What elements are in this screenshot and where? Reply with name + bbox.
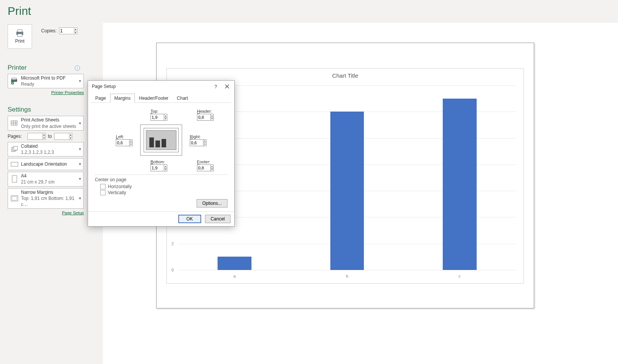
dialog-title: Page Setup bbox=[92, 84, 210, 89]
svg-point-3 bbox=[22, 32, 22, 33]
checkbox-icon bbox=[100, 184, 106, 189]
copies-row: Copies: ▲▼ bbox=[41, 27, 77, 34]
checkbox-icon bbox=[100, 190, 106, 195]
chart-y-tick: 2 bbox=[171, 241, 174, 246]
orientation-label: Landscape Orientation bbox=[21, 161, 77, 167]
close-icon bbox=[225, 84, 229, 89]
margin-right-input[interactable]: ▲▼ bbox=[190, 139, 207, 146]
svg-rect-1 bbox=[18, 30, 22, 32]
print-what-line1: Print Active Sheets bbox=[21, 117, 77, 123]
printer-status-icon bbox=[10, 78, 19, 85]
collation-selector[interactable]: Collated 1,2,3 1,2,3 1,2,3 ▼ bbox=[8, 142, 84, 156]
print-what-selector[interactable]: Print Active Sheets Only print the activ… bbox=[8, 116, 84, 130]
printer-name: Microsoft Print to PDF bbox=[21, 75, 77, 81]
margin-top-input[interactable]: ▲▼ bbox=[150, 114, 167, 121]
dialog-titlebar[interactable]: Page Setup ? bbox=[88, 81, 234, 92]
dialog-tabs: Page Margins Header/Footer Chart bbox=[91, 94, 231, 103]
margin-footer-field: Footer: ▲▼ bbox=[197, 160, 214, 171]
copies-label: Copies: bbox=[41, 28, 57, 34]
settings-heading: Settings bbox=[8, 106, 91, 113]
margin-left-input[interactable]: ▲▼ bbox=[116, 139, 133, 146]
tab-header-footer[interactable]: Header/Footer bbox=[135, 94, 173, 103]
print-button-label: Print bbox=[15, 38, 25, 44]
printer-icon bbox=[15, 29, 24, 37]
svg-rect-7 bbox=[11, 121, 17, 125]
printer-properties-link[interactable]: Printer Properties bbox=[51, 90, 84, 95]
center-vertically-checkbox[interactable]: Vertically bbox=[100, 190, 227, 195]
collation-line2: 1,2,3 1,2,3 1,2,3 bbox=[21, 149, 77, 155]
center-on-page-section: Center on page Horizontally Vertically bbox=[95, 174, 227, 195]
chart-bar bbox=[443, 99, 477, 270]
close-button[interactable] bbox=[221, 81, 233, 92]
page-setup-link[interactable]: Page Setup bbox=[62, 211, 84, 215]
page-icon bbox=[11, 175, 18, 183]
tab-page[interactable]: Page bbox=[91, 94, 110, 103]
chart-x-label: a bbox=[234, 274, 236, 278]
copies-value[interactable] bbox=[59, 28, 74, 34]
svg-rect-14 bbox=[14, 146, 18, 150]
copies-spinner[interactable]: ▲▼ bbox=[74, 28, 77, 34]
svg-rect-5 bbox=[12, 78, 16, 80]
pages-to[interactable]: ▲▼ bbox=[54, 133, 72, 140]
chevron-down-icon: ▼ bbox=[77, 79, 83, 83]
pages-row: Pages: ▲▼ to ▲▼ bbox=[8, 133, 91, 140]
pages-to-label: to bbox=[48, 134, 52, 139]
chart-y-tick: 0 bbox=[171, 268, 174, 272]
collation-line1: Collated bbox=[21, 143, 77, 149]
margin-left-field: Left: ▲▼ bbox=[116, 134, 133, 146]
paper-line2: 21 cm x 29,7 cm bbox=[21, 179, 77, 185]
printer-status: Ready bbox=[21, 81, 77, 87]
print-button[interactable]: Print bbox=[8, 24, 32, 49]
margins-selector[interactable]: Narrow Margins Top: 1,91 cm Bottom: 1,91… bbox=[8, 188, 84, 209]
paper-line1: A4 bbox=[21, 173, 77, 179]
center-heading: Center on page bbox=[95, 177, 227, 182]
printer-selector[interactable]: Microsoft Print to PDF Ready ▼ bbox=[8, 74, 84, 88]
chart-x-label: b bbox=[346, 274, 348, 278]
landscape-icon bbox=[10, 161, 19, 167]
cancel-button[interactable]: Cancel bbox=[205, 215, 231, 223]
chevron-down-icon: ▼ bbox=[77, 121, 83, 125]
pages-label: Pages: bbox=[8, 134, 25, 139]
margin-bottom-field: Bottom: ▲▼ bbox=[150, 160, 167, 171]
sheets-icon bbox=[10, 120, 19, 127]
copies-input[interactable]: ▲▼ bbox=[59, 27, 77, 34]
margin-right-field: Right: ▲▼ bbox=[190, 134, 207, 146]
chevron-down-icon: ▼ bbox=[77, 162, 83, 166]
svg-rect-2 bbox=[18, 34, 22, 37]
center-horizontally-checkbox[interactable]: Horizontally bbox=[100, 184, 227, 189]
print-what-line2: Only print the active sheets bbox=[21, 123, 77, 129]
margins-line1: Narrow Margins bbox=[21, 189, 77, 195]
chevron-down-icon: ▼ bbox=[77, 196, 83, 200]
options-button[interactable]: Options... bbox=[197, 199, 227, 208]
ok-button[interactable]: OK bbox=[178, 215, 201, 223]
page-setup-dialog: Page Setup ? Page Margins Header/Footer … bbox=[88, 80, 235, 227]
help-button[interactable]: ? bbox=[210, 81, 221, 92]
tab-margins[interactable]: Margins bbox=[110, 94, 135, 103]
margin-preview-thumb bbox=[140, 125, 182, 156]
margins-line2: Top: 1,91 cm Bottom: 1,91 c… bbox=[21, 195, 77, 208]
chart-title: Chart Title bbox=[167, 69, 524, 79]
chevron-down-icon: ▼ bbox=[77, 147, 83, 151]
chart-bar bbox=[218, 257, 251, 270]
page-title: Print bbox=[8, 5, 31, 18]
printer-heading: Printer i bbox=[8, 64, 91, 72]
tab-chart[interactable]: Chart bbox=[173, 94, 192, 103]
margin-header-input[interactable]: ▲▼ bbox=[197, 114, 214, 121]
info-icon[interactable]: i bbox=[75, 65, 80, 71]
paper-size-selector[interactable]: A4 21 cm x 29,7 cm ▼ bbox=[8, 172, 84, 186]
margin-header-field: Header: ▲▼ bbox=[197, 109, 214, 121]
chart-x-label: c bbox=[459, 274, 461, 278]
chevron-down-icon: ▼ bbox=[77, 177, 83, 181]
margins-icon bbox=[10, 195, 19, 202]
svg-rect-15 bbox=[11, 162, 18, 166]
svg-rect-16 bbox=[12, 176, 17, 182]
margin-footer-input[interactable]: ▲▼ bbox=[197, 164, 214, 171]
collated-icon bbox=[10, 146, 19, 153]
chart-bar bbox=[330, 112, 364, 270]
pages-from[interactable]: ▲▼ bbox=[27, 133, 46, 140]
margin-top-field: Top: ▲▼ bbox=[150, 109, 167, 121]
orientation-selector[interactable]: Landscape Orientation ▼ bbox=[8, 158, 84, 170]
margin-bottom-input[interactable]: ▲▼ bbox=[150, 164, 167, 171]
svg-point-6 bbox=[11, 81, 14, 85]
